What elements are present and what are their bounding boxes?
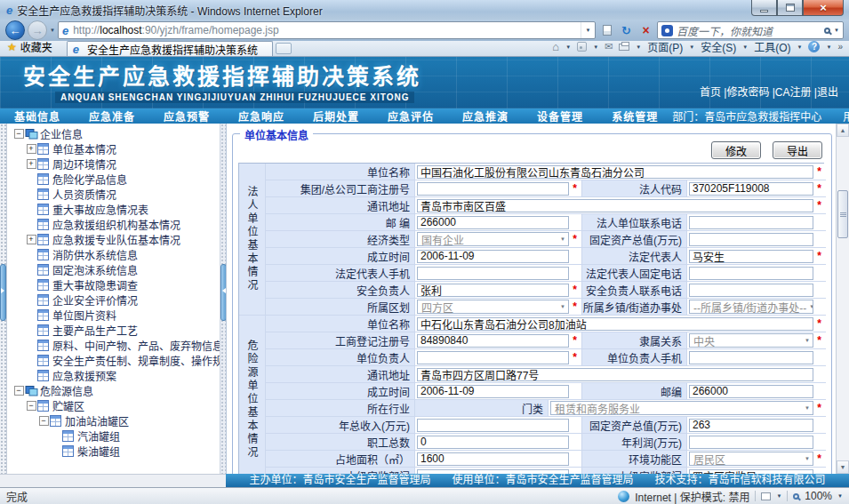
security-menu[interactable]: 安全(S)	[701, 39, 736, 54]
tree-item[interactable]: 安全生产责任制、规章制度、操作规程信息	[9, 353, 220, 368]
form-input[interactable]	[689, 216, 813, 229]
form-input[interactable]	[417, 351, 569, 364]
collapse-icon[interactable]: −	[14, 386, 24, 396]
left-collapse-handle[interactable]	[0, 264, 6, 321]
home-dropdown-icon[interactable]: ▼	[565, 44, 571, 50]
mail-icon[interactable]: ✉	[605, 42, 613, 52]
tree-item[interactable]: 危险化学品信息	[9, 172, 220, 187]
form-input[interactable]	[689, 436, 813, 449]
form-input[interactable]	[417, 334, 569, 348]
refresh-button[interactable]: ↻	[618, 24, 635, 37]
tree-item[interactable]: 消防供水系统信息	[9, 247, 220, 262]
header-link[interactable]: CA注册	[775, 86, 812, 99]
header-link[interactable]: 退出	[817, 86, 838, 99]
page-menu[interactable]: 页面(P)	[647, 39, 683, 54]
maximize-button[interactable]	[777, 0, 803, 16]
tree-item[interactable]: +单位基本情况	[9, 141, 220, 156]
nav-item[interactable]: 应急准备	[75, 108, 149, 124]
tree-item[interactable]: +应急救援专业队伍基本情况	[9, 232, 220, 247]
search-icon[interactable]	[824, 28, 830, 34]
tree-item[interactable]: 柴油罐组	[9, 444, 220, 459]
tree-item[interactable]: −危险源信息	[9, 383, 220, 398]
minimize-button[interactable]	[751, 0, 777, 16]
tree-item[interactable]: 汽油罐组	[9, 428, 220, 444]
tree-item[interactable]: 主要产品生产工艺	[9, 323, 220, 338]
address-input[interactable]: e http://localhost:90/yjzh/frame/homepag…	[58, 21, 596, 39]
page-menu-dropdown-icon[interactable]: ▼	[689, 44, 694, 50]
rss-dropdown-icon[interactable]: ▼	[593, 44, 598, 50]
tree-item[interactable]: 应急救援组织机构基本情况	[9, 217, 220, 232]
tools-menu[interactable]: 工具(O)	[754, 39, 790, 54]
header-link[interactable]: 修改密码	[726, 86, 769, 99]
collapse-icon[interactable]: −	[27, 401, 36, 411]
form-input[interactable]	[417, 368, 813, 381]
form-input[interactable]	[689, 284, 813, 297]
search-dropdown-icon[interactable]: ▼	[834, 28, 839, 33]
home-icon[interactable]: ⌂	[552, 41, 559, 52]
tree-item[interactable]: 单位图片资料	[9, 308, 220, 323]
back-button[interactable]: ←	[5, 20, 25, 40]
header-link[interactable]: 首页	[700, 86, 721, 99]
expand-icon[interactable]: +	[27, 159, 36, 169]
form-input[interactable]	[689, 385, 813, 398]
nav-item[interactable]: 应急评估	[373, 108, 448, 124]
tree-item[interactable]: 企业安全评价情况	[9, 292, 220, 308]
statusbar-compat-dropdown-icon[interactable]: ▼	[776, 493, 781, 499]
collapse-icon[interactable]: −	[39, 416, 49, 426]
form-input[interactable]	[689, 267, 813, 280]
tools-menu-dropdown-icon[interactable]: ▼	[797, 44, 803, 50]
nav-item[interactable]: 设备管理	[523, 108, 597, 124]
form-input[interactable]	[417, 469, 569, 475]
rss-feed-icon[interactable]	[577, 42, 587, 52]
form-input[interactable]	[417, 452, 569, 466]
favorites-button[interactable]: ★ 收藏夹	[4, 39, 60, 56]
address-dropdown-icon[interactable]: ▼	[581, 22, 595, 38]
export-button[interactable]: 导出	[773, 141, 822, 159]
search-input-text[interactable]: 百度一下，你就知道	[677, 23, 821, 38]
stop-button[interactable]: ×	[637, 23, 654, 37]
expand-icon[interactable]: +	[27, 235, 36, 244]
tree-item[interactable]: 原料、中间产物、产品、废弃物信息	[9, 338, 220, 353]
form-input[interactable]	[417, 250, 569, 263]
tree-item[interactable]: 重大事故隐患调查	[9, 277, 220, 292]
tree-item[interactable]: 固定泡沫系统信息	[9, 262, 220, 277]
nav-item[interactable]: 系统管理	[597, 108, 672, 124]
scrollbar-thumb[interactable]	[837, 190, 848, 238]
nav-item[interactable]: 应急预警	[149, 108, 224, 124]
form-input[interactable]	[417, 419, 569, 432]
form-select[interactable]: 居民区▼	[689, 452, 813, 466]
new-tab-button[interactable]	[276, 43, 292, 54]
form-input[interactable]	[689, 182, 813, 196]
tree-item[interactable]: −加油站油罐区	[9, 413, 220, 428]
form-input[interactable]	[417, 436, 569, 449]
tab-active[interactable]: e 安全生产应急救援指挥辅助决策系统	[67, 41, 273, 56]
form-input[interactable]	[417, 216, 569, 229]
zoom-level[interactable]: 100%	[805, 490, 832, 502]
scroll-up-icon[interactable]: ▲	[837, 124, 849, 137]
forward-button[interactable]: →	[28, 20, 47, 40]
nav-item[interactable]: 应急推演	[448, 108, 523, 124]
form-select[interactable]: 租赁和商务服务业▼	[550, 401, 813, 415]
form-input[interactable]	[417, 284, 569, 297]
main-scrollbar[interactable]: ▲ ▼	[836, 124, 849, 474]
expand-icon[interactable]: +	[27, 144, 36, 154]
form-input[interactable]	[689, 351, 813, 364]
scroll-down-icon[interactable]: ▼	[837, 460, 849, 474]
form-input[interactable]	[417, 267, 569, 280]
collapse-icon[interactable]: −	[14, 129, 24, 139]
zoom-icon[interactable]	[793, 493, 799, 500]
form-input[interactable]	[417, 317, 813, 331]
search-box[interactable]: 百度一下，你就知道 ▼	[657, 21, 844, 39]
form-select[interactable]: 四方区▼	[417, 300, 569, 314]
sidebar-splitter[interactable]	[220, 124, 226, 474]
form-input[interactable]	[689, 233, 813, 246]
compatibility-view-button[interactable]	[598, 25, 615, 36]
form-select[interactable]: 国有企业▼	[417, 232, 569, 246]
form-input[interactable]	[417, 199, 813, 212]
form-input[interactable]	[689, 419, 813, 432]
form-input[interactable]	[417, 165, 813, 179]
tree-item[interactable]: −贮罐区	[9, 398, 220, 413]
tree-item[interactable]: −企业信息	[9, 126, 220, 141]
form-select[interactable]: 中央▼	[689, 333, 813, 348]
nav-item[interactable]: 应急响应	[224, 108, 299, 124]
